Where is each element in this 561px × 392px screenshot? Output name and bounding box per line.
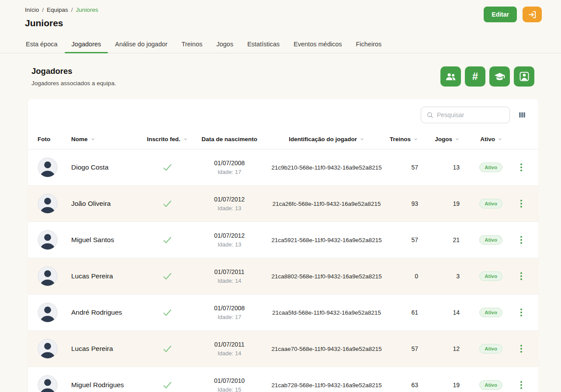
avatar <box>38 157 58 177</box>
edit-button[interactable]: Editar <box>484 7 517 22</box>
section-action-buttons: # <box>440 66 534 87</box>
birth-date-cell: 01/07/2012 Idade: 13 <box>194 222 264 258</box>
search-box <box>421 107 510 123</box>
kebab-menu-icon[interactable] <box>518 306 524 319</box>
tab-ficheiros[interactable]: Ficheiros <box>349 35 388 53</box>
check-icon <box>162 343 173 354</box>
kebab-menu-icon[interactable] <box>518 161 524 173</box>
tab-esta-epoca[interactable]: Esta época <box>19 35 65 53</box>
check-icon <box>162 198 173 209</box>
photo-cell <box>38 367 71 392</box>
check-icon <box>162 235 173 245</box>
photo-cell <box>38 149 71 185</box>
games-count: 3 <box>424 258 463 294</box>
check-icon <box>162 307 173 318</box>
kebab-menu-icon[interactable] <box>518 343 524 355</box>
birth-date: 01/07/2011 <box>214 268 244 275</box>
export-button[interactable] <box>523 7 542 22</box>
column-header-inscrito-fed[interactable]: Inscrito fed. <box>140 136 194 142</box>
avatar <box>38 302 58 323</box>
check-icon <box>162 162 173 173</box>
actions-cell <box>507 367 529 392</box>
column-header-identificacao[interactable]: Identificação do jogador <box>264 136 389 142</box>
chevron-down-icon <box>360 137 364 142</box>
trainings-count: 0 <box>389 258 424 294</box>
kebab-menu-icon[interactable] <box>518 234 524 246</box>
column-label: Jogos <box>435 136 452 142</box>
column-header-jogos[interactable]: Jogos <box>424 136 463 142</box>
status-badge: Ativo <box>479 380 502 390</box>
column-label: Treinos <box>390 136 411 142</box>
avatar <box>38 339 58 359</box>
column-header-treinos[interactable]: Treinos <box>389 136 424 142</box>
search-input[interactable] <box>437 111 504 118</box>
column-label: Foto <box>38 136 50 142</box>
table-row[interactable]: Diogo Costa 01/07/2008 Idade: 17 21c9b21… <box>28 149 538 186</box>
staff-button[interactable] <box>514 66 534 87</box>
table-row[interactable]: Lucas Pereira 01/07/2011 Idade: 14 21ca8… <box>28 258 538 295</box>
tab-eventos-medicos[interactable]: Eventos médicos <box>287 35 349 53</box>
coaches-button[interactable] <box>489 66 510 87</box>
tab-estatisticas[interactable]: Estatísticas <box>240 35 287 53</box>
table-row[interactable]: André Rodrigues 01/07/2008 Idade: 17 21c… <box>28 295 538 331</box>
games-count: 13 <box>424 149 463 185</box>
player-id: 21ca8802-568e-11f0-9432-16a9e52a8215 <box>264 258 389 294</box>
breadcrumb-inicio[interactable]: Início <box>25 7 39 13</box>
table-row[interactable]: Lucas Pereira 01/07/2011 Idade: 14 21caa… <box>28 331 538 367</box>
player-id: 21cab728-568e-11f0-9432-16a9e52a8215 <box>264 367 389 392</box>
registered-cell <box>140 367 194 392</box>
birth-date-cell: 01/07/2010 Idade: 15 <box>194 367 264 392</box>
age-label: Idade: 17 <box>218 169 241 175</box>
columns-toggle-button[interactable] <box>517 110 527 120</box>
numbers-button[interactable]: # <box>465 66 485 87</box>
kebab-menu-icon[interactable] <box>518 379 524 391</box>
tab-jogos[interactable]: Jogos <box>209 35 240 53</box>
photo-cell <box>38 222 71 258</box>
chevron-down-icon <box>413 137 418 142</box>
tab-analise-do-jogador[interactable]: Análise do jogador <box>108 35 174 53</box>
hash-icon: # <box>472 70 478 83</box>
age-label: Idade: 17 <box>218 314 241 320</box>
table-row[interactable]: Miguel Santos 01/07/2012 Idade: 13 21ca5… <box>28 222 538 258</box>
player-name: Lucas Pereira <box>71 331 140 367</box>
chevron-down-icon <box>455 137 460 142</box>
kebab-menu-icon[interactable] <box>518 270 524 282</box>
trainings-count: 63 <box>389 367 424 392</box>
breadcrumb-equipas[interactable]: Equipas <box>47 7 68 13</box>
table-row[interactable]: Miguel Rodrigues 01/07/2010 Idade: 15 21… <box>28 367 538 392</box>
players-group-button[interactable] <box>440 66 461 87</box>
chevron-down-icon <box>90 137 95 142</box>
avatar <box>38 230 58 250</box>
avatar <box>38 375 58 392</box>
player-id: 21caa5fd-568e-11f0-9432-16a9e52a8215 <box>264 295 389 330</box>
player-name: João Oliveira <box>71 186 140 222</box>
column-label: Nome <box>71 136 88 142</box>
birth-date-cell: 01/07/2011 Idade: 14 <box>194 258 264 294</box>
page-header: Início / Equipas / Juniores Juniores Edi… <box>0 0 561 28</box>
registered-cell <box>140 331 194 367</box>
status-badge: Ativo <box>479 271 502 281</box>
tab-jogadores[interactable]: Jogadores <box>65 35 108 53</box>
column-header-ativo[interactable]: Ativo <box>463 136 507 142</box>
breadcrumb-separator: / <box>42 7 44 13</box>
check-icon <box>162 271 173 281</box>
photo-cell <box>38 295 71 330</box>
status-badge: Ativo <box>479 308 502 317</box>
table-row[interactable]: João Oliveira 01/07/2012 Idade: 13 21ca2… <box>28 186 538 222</box>
birth-date: 01/07/2012 <box>214 232 245 239</box>
player-name: Miguel Rodrigues <box>71 367 140 392</box>
birth-date: 01/07/2008 <box>214 160 245 167</box>
photo-cell <box>38 186 71 222</box>
registered-cell <box>140 149 194 185</box>
column-header-nome[interactable]: Nome <box>71 136 140 142</box>
trainings-count: 93 <box>389 186 424 222</box>
status-cell: Ativo <box>463 295 507 330</box>
kebab-menu-icon[interactable] <box>518 198 524 210</box>
status-cell: Ativo <box>463 222 507 258</box>
status-badge: Ativo <box>479 235 502 245</box>
games-count: 12 <box>424 331 463 367</box>
status-cell: Ativo <box>463 331 507 367</box>
tab-treinos[interactable]: Treinos <box>174 35 209 53</box>
person-badge-icon <box>519 71 530 82</box>
status-badge: Ativo <box>479 163 502 172</box>
